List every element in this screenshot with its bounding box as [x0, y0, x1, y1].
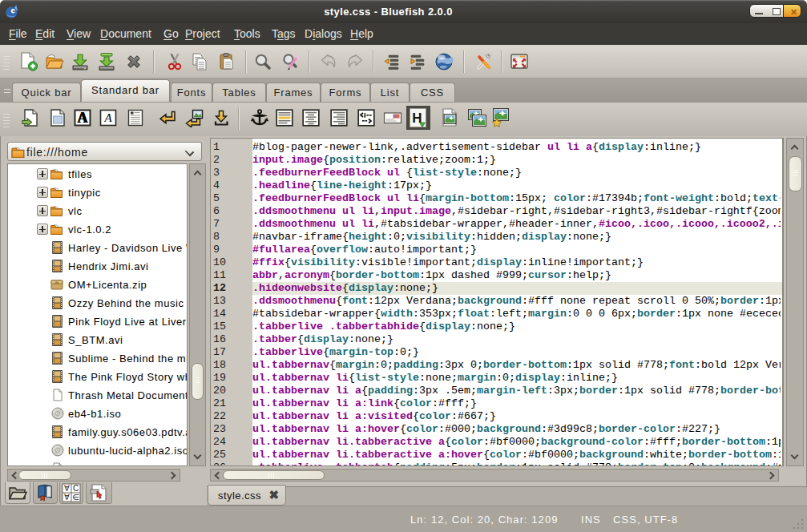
svg-text:∈: ∈ — [72, 493, 79, 502]
svg-text:C: C — [73, 484, 79, 493]
svg-text:A: A — [78, 110, 88, 126]
svg-text:A: A — [103, 111, 112, 124]
svg-text:∀: ∀ — [64, 484, 70, 493]
svg-text:∀: ∀ — [64, 493, 70, 502]
